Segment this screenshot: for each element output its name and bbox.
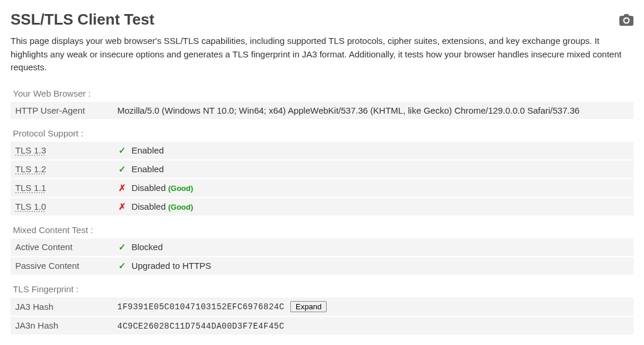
table-row: Passive Content ✓ Upgraded to HTTPS [11,257,633,275]
protocol-key[interactable]: TLS 1.0 [11,197,113,216]
protocol-note: (Good) [168,203,194,211]
ja3-key: JA3 Hash [11,298,113,316]
user-agent-value: Mozilla/5.0 (Windows NT 10.0; Win64; x64… [113,102,633,119]
table-row: HTTP User-Agent Mozilla/5.0 (Windows NT … [11,102,633,119]
fingerprint-table: JA3 Hash 1F9391E05C01047103152EFC6976824… [11,298,633,336]
page-title-text: SSL/TLS Client Test [11,11,154,29]
browser-table: HTTP User-Agent Mozilla/5.0 (Windows NT … [11,102,633,120]
protocol-status: Enabled [131,164,164,174]
table-row: Active Content ✓ Blocked [11,238,633,257]
table-row: TLS 1.3 ✓ Enabled [11,142,633,160]
protocol-value: ✓ Enabled [113,142,633,160]
protocol-key[interactable]: TLS 1.1 [11,179,113,197]
mixed-status: Blocked [131,242,162,252]
user-agent-key: HTTP User-Agent [11,102,113,119]
protocol-note: (Good) [168,184,194,193]
section-label-fingerprint: TLS Fingerprint : [11,281,633,298]
protocol-table: TLS 1.3 ✓ Enabled TLS 1.2 ✓ Enabled TLS … [11,142,633,217]
protocol-key[interactable]: TLS 1.3 [11,142,113,160]
intro-text: This page displays your web browser's SS… [11,35,633,74]
protocol-status: Disabled [131,183,165,193]
check-icon: ✓ [117,242,127,252]
ja3-hash: 1F9391E05C01047103152EFC6976824C [117,302,284,312]
protocol-status: Disabled [131,201,165,211]
section-label-protocol: Protocol Support : [11,125,633,142]
protocol-value: ✗ Disabled (Good) [113,179,633,197]
check-icon: ✓ [117,261,127,271]
protocol-key[interactable]: TLS 1.2 [11,160,113,179]
mixed-key: Active Content [11,238,113,257]
table-row: JA3n Hash 4C9CE26028C11D7544DA00D3F7E4F4… [11,316,633,335]
ja3n-hash: 4C9CE26028C11D7544DA00D3F7E4F45C [117,322,284,331]
table-row: TLS 1.2 ✓ Enabled [11,160,633,179]
protocol-value: ✗ Disabled (Good) [113,197,633,216]
table-row: TLS 1.0 ✗ Disabled (Good) [11,197,633,216]
ja3n-value-cell: 4C9CE26028C11D7544DA00D3F7E4F45C [113,316,633,335]
protocol-status: Enabled [131,145,164,155]
ja3n-key: JA3n Hash [11,316,113,335]
mixed-status: Upgraded to HTTPS [131,261,211,271]
cross-icon: ✗ [117,183,127,193]
cross-icon: ✗ [117,201,127,212]
camera-icon[interactable] [619,14,633,26]
mixed-key: Passive Content [11,257,113,275]
expand-button[interactable]: Expand [290,301,327,312]
mixed-value: ✓ Upgraded to HTTPS [113,257,633,275]
mixed-content-table: Active Content ✓ Blocked Passive Content… [11,238,633,276]
check-icon: ✓ [117,164,127,175]
check-icon: ✓ [117,145,127,156]
section-label-mixed: Mixed Content Test : [11,221,633,238]
table-row: TLS 1.1 ✗ Disabled (Good) [11,179,633,197]
mixed-value: ✓ Blocked [113,238,633,257]
section-label-browser: Your Web Browser : [11,85,633,102]
protocol-value: ✓ Enabled [113,160,633,179]
ja3-value-cell: 1F9391E05C01047103152EFC6976824C Expand [113,298,633,316]
page-title: SSL/TLS Client Test [11,11,633,29]
table-row: JA3 Hash 1F9391E05C01047103152EFC6976824… [11,298,633,316]
